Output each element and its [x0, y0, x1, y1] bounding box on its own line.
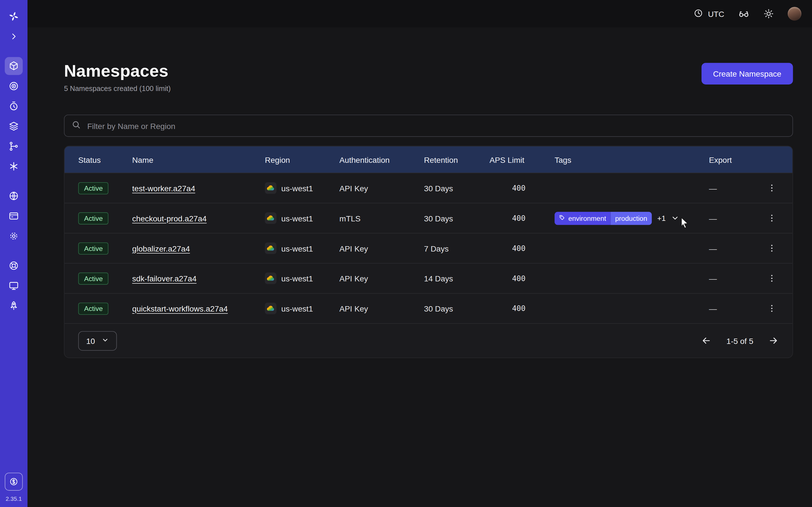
sidebar-item-monitoring[interactable] — [5, 77, 23, 95]
gcp-cloud-icon — [265, 182, 276, 194]
tags-expand-chevron-icon[interactable] — [671, 214, 679, 222]
sidebar-item-feedback[interactable] — [5, 277, 23, 295]
sidebar-item-getting-started[interactable] — [5, 297, 23, 315]
sidebar-item-schedules[interactable] — [5, 97, 23, 115]
table-row: Active checkout-prod.a27a4 us-west1 mTLS… — [64, 203, 793, 233]
auth-label: API Key — [340, 304, 424, 313]
row-menu-kebab-icon[interactable] — [766, 273, 777, 284]
retention-label: 30 Days — [424, 304, 490, 313]
export-value: — — [709, 244, 717, 252]
page-title: Namespaces — [64, 61, 170, 81]
glasses-icon[interactable] — [738, 8, 750, 19]
region-label: us-west1 — [282, 244, 313, 252]
topbar: UTC — [28, 0, 812, 27]
namespace-link[interactable]: globalizer.a27a4 — [132, 244, 190, 252]
col-region: Region — [265, 155, 339, 164]
status-badge: Active — [79, 302, 109, 314]
retention-label: 30 Days — [424, 214, 490, 223]
col-retention: Retention — [424, 155, 490, 164]
pagination-range: 1-5 of 5 — [726, 336, 753, 345]
expand-sidebar-chevron-icon[interactable] — [5, 27, 23, 46]
tags-more-count: +1 — [657, 214, 666, 222]
col-status: Status — [79, 155, 132, 164]
next-page-arrow-icon[interactable] — [768, 335, 779, 346]
export-value: — — [709, 304, 717, 313]
tag-icon — [559, 214, 565, 222]
col-authentication: Authentication — [340, 155, 424, 164]
row-menu-kebab-icon[interactable] — [766, 212, 777, 224]
export-value: — — [709, 214, 717, 223]
theme-toggle-sun-icon[interactable] — [763, 8, 774, 19]
row-menu-kebab-icon[interactable] — [766, 242, 777, 254]
namespace-link[interactable]: test-worker.a27a4 — [132, 184, 195, 193]
sidebar-item-support[interactable] — [5, 257, 23, 275]
table-footer: 10 1-5 of 5 — [64, 323, 793, 358]
region-label: us-west1 — [282, 304, 313, 313]
sidebar-item-workflows[interactable] — [5, 137, 23, 156]
retention-label: 14 Days — [424, 274, 490, 283]
page-subtitle: 5 Namespaces created (100 limit) — [64, 84, 170, 93]
chevron-down-icon — [101, 336, 109, 345]
aps-limit-value: 400 — [512, 184, 555, 192]
export-value: — — [709, 274, 717, 283]
region-label: us-west1 — [282, 274, 313, 283]
sidebar-item-namespaces[interactable] — [5, 57, 23, 75]
sidebar: 2.35.1 — [0, 0, 28, 507]
col-export: Export — [709, 155, 779, 164]
page-size-value: 10 — [86, 336, 95, 345]
aps-limit-value: 400 — [512, 214, 555, 222]
namespaces-table: Status Name Region Authentication Retent… — [64, 146, 793, 358]
gcp-cloud-icon — [265, 273, 276, 284]
table-row: Active sdk-failover.a27a4 us-west1 API K… — [64, 263, 793, 293]
main-content: Namespaces 5 Namespaces created (100 lim… — [28, 27, 812, 358]
tag-key-label: environment — [568, 214, 606, 222]
sidebar-item-regions[interactable] — [5, 187, 23, 205]
namespace-link[interactable]: checkout-prod.a27a4 — [132, 214, 207, 223]
row-menu-kebab-icon[interactable] — [766, 302, 777, 314]
aps-limit-value: 400 — [512, 274, 555, 283]
temporal-logo-icon[interactable] — [5, 7, 23, 25]
table-row: Active quickstart-workflows.a27a4 us-wes… — [64, 293, 793, 323]
user-avatar[interactable] — [788, 7, 802, 20]
timezone-label: UTC — [708, 9, 724, 18]
sidebar-item-billing[interactable] — [5, 207, 23, 225]
status-badge: Active — [79, 272, 109, 284]
tag-pill[interactable]: environment production — [555, 212, 652, 225]
aps-limit-value: 400 — [512, 304, 555, 313]
table-header: Status Name Region Authentication Retent… — [64, 146, 793, 173]
table-row: Active globalizer.a27a4 us-west1 API Key… — [64, 233, 793, 263]
sidebar-item-settings[interactable] — [5, 227, 23, 245]
filter-input[interactable] — [86, 121, 786, 131]
app-root: 2.35.1 UTC Namespaces 5 Namespaces creat… — [0, 0, 812, 507]
namespace-link[interactable]: quickstart-workflows.a27a4 — [132, 304, 228, 313]
gcp-cloud-icon — [265, 302, 276, 314]
app-version: 2.35.1 — [6, 496, 22, 502]
region-label: us-west1 — [282, 214, 313, 223]
page-size-select[interactable]: 10 — [79, 331, 117, 350]
pagination-controls: 1-5 of 5 — [701, 335, 778, 346]
status-badge: Active — [79, 182, 109, 194]
sidebar-item-nexus[interactable] — [5, 158, 23, 175]
usage-dollar-icon[interactable] — [5, 473, 23, 491]
auth-label: API Key — [340, 244, 424, 252]
previous-page-arrow-icon[interactable] — [701, 335, 712, 346]
status-badge: Active — [79, 242, 109, 255]
timezone-selector[interactable]: UTC — [694, 8, 724, 19]
search-icon — [71, 120, 81, 131]
auth-label: API Key — [340, 274, 424, 283]
filter-searchbar[interactable] — [64, 115, 793, 137]
create-namespace-button[interactable]: Create Namespace — [702, 63, 793, 84]
sidebar-item-deployments[interactable] — [5, 117, 23, 135]
tag-value-label: production — [610, 212, 652, 225]
gcp-cloud-icon — [265, 212, 276, 224]
col-tags: Tags — [555, 155, 709, 164]
namespace-link[interactable]: sdk-failover.a27a4 — [132, 274, 197, 283]
region-label: us-west1 — [282, 184, 313, 193]
retention-label: 30 Days — [424, 184, 490, 193]
gcp-cloud-icon — [265, 242, 276, 254]
aps-limit-value: 400 — [512, 244, 555, 252]
row-menu-kebab-icon[interactable] — [766, 182, 777, 194]
page-header: Namespaces 5 Namespaces created (100 lim… — [64, 61, 793, 93]
clock-icon — [694, 8, 703, 19]
auth-label: API Key — [340, 184, 424, 193]
